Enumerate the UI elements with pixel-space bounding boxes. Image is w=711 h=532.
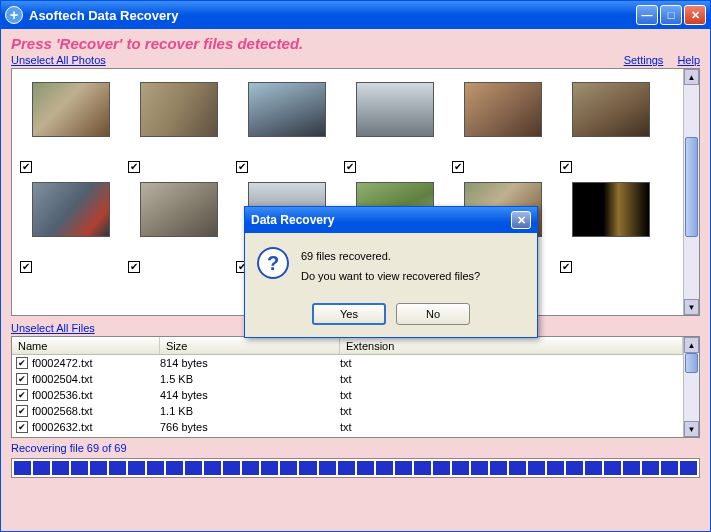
progress-segment — [509, 461, 526, 475]
scroll-track[interactable] — [684, 353, 699, 421]
thumbnail-checkbox[interactable]: ✔ — [452, 161, 464, 173]
instruction-text: Press 'Recover' to recover files detecte… — [11, 35, 700, 52]
photo-scrollbar[interactable]: ▲ ▼ — [683, 69, 699, 315]
file-name: f0002504.txt — [32, 373, 160, 385]
photo-thumbnail[interactable]: ✔ — [122, 77, 230, 177]
file-ext: txt — [340, 405, 683, 417]
photo-thumbnail[interactable]: ✔ — [554, 177, 662, 277]
file-ext: txt — [340, 357, 683, 369]
progress-segment — [147, 461, 164, 475]
thumbnail-checkbox[interactable]: ✔ — [128, 161, 140, 173]
progress-segment — [566, 461, 583, 475]
photo-thumbnail[interactable]: ✔ — [14, 77, 122, 177]
file-table: Name Size Extension ✔f0002472.txt814 byt… — [12, 337, 683, 437]
progress-segment — [185, 461, 202, 475]
progress-segment — [680, 461, 697, 475]
progress-segment — [623, 461, 640, 475]
file-checkbox[interactable]: ✔ — [16, 357, 28, 369]
photo-thumbnail[interactable]: ✔ — [230, 77, 338, 177]
close-button[interactable]: ✕ — [684, 5, 706, 25]
maximize-button[interactable]: □ — [660, 5, 682, 25]
file-checkbox[interactable]: ✔ — [16, 421, 28, 433]
app-window: + Asoftech Data Recovery — □ ✕ Press 'Re… — [0, 0, 711, 532]
progress-segment — [338, 461, 355, 475]
file-checkbox[interactable]: ✔ — [16, 405, 28, 417]
thumbnail-checkbox[interactable]: ✔ — [560, 261, 572, 273]
thumbnail-image — [32, 182, 110, 237]
scroll-up-icon[interactable]: ▲ — [684, 69, 699, 85]
thumbnail-image — [248, 82, 326, 137]
scroll-track[interactable] — [684, 85, 699, 299]
photo-thumbnail[interactable]: ✔ — [554, 77, 662, 177]
minimize-button[interactable]: — — [636, 5, 658, 25]
column-header-ext[interactable]: Extension — [340, 337, 683, 354]
scroll-down-icon[interactable]: ▼ — [684, 421, 699, 437]
thumbnail-image — [140, 82, 218, 137]
file-row[interactable]: ✔f0002472.txt814 bytestxt — [12, 355, 683, 371]
column-header-name[interactable]: Name — [12, 337, 160, 354]
yes-button[interactable]: Yes — [312, 303, 386, 325]
progress-segment — [90, 461, 107, 475]
dialog-line2: Do you want to view recovered files? — [301, 267, 480, 287]
file-row[interactable]: ✔f0002568.txt1.1 KBtxt — [12, 403, 683, 419]
progress-segment — [299, 461, 316, 475]
thumbnail-image — [140, 182, 218, 237]
file-size: 1.1 KB — [160, 405, 340, 417]
photo-thumbnail[interactable]: ✔ — [446, 77, 554, 177]
file-size: 414 bytes — [160, 389, 340, 401]
file-size: 1.5 KB — [160, 373, 340, 385]
scroll-handle[interactable] — [685, 137, 698, 237]
progress-segment — [223, 461, 240, 475]
no-button[interactable]: No — [396, 303, 470, 325]
photo-thumbnail[interactable]: ✔ — [338, 77, 446, 177]
unselect-all-files-link[interactable]: Unselect All Files — [11, 322, 95, 334]
dialog-close-button[interactable]: ✕ — [511, 211, 531, 229]
help-link[interactable]: Help — [677, 54, 700, 66]
progress-segment — [585, 461, 602, 475]
scroll-down-icon[interactable]: ▼ — [684, 299, 699, 315]
photo-thumbnail[interactable]: ✔ — [14, 177, 122, 277]
thumbnail-checkbox[interactable]: ✔ — [20, 261, 32, 273]
progress-segment — [204, 461, 221, 475]
question-icon: ? — [257, 247, 289, 279]
progress-segment — [242, 461, 259, 475]
title-bar: + Asoftech Data Recovery — □ ✕ — [1, 1, 710, 29]
column-header-size[interactable]: Size — [160, 337, 340, 354]
file-ext: txt — [340, 389, 683, 401]
file-table-header: Name Size Extension — [12, 337, 683, 355]
file-checkbox[interactable]: ✔ — [16, 373, 28, 385]
file-list-panel: Name Size Extension ✔f0002472.txt814 byt… — [11, 336, 700, 438]
dialog-line1: 69 files recovered. — [301, 247, 480, 267]
file-name: f0002472.txt — [32, 357, 160, 369]
file-row[interactable]: ✔f0002504.txt1.5 KBtxt — [12, 371, 683, 387]
thumbnail-checkbox[interactable]: ✔ — [560, 161, 572, 173]
progress-segment — [109, 461, 126, 475]
progress-segment — [14, 461, 31, 475]
thumbnail-checkbox[interactable]: ✔ — [20, 161, 32, 173]
progress-segment — [166, 461, 183, 475]
dialog-title: Data Recovery — [251, 213, 334, 227]
unselect-all-photos-link[interactable]: Unselect All Photos — [11, 54, 106, 66]
scroll-handle[interactable] — [685, 353, 698, 373]
thumbnail-image — [572, 82, 650, 137]
progress-segment — [52, 461, 69, 475]
window-title: Asoftech Data Recovery — [29, 8, 636, 23]
progress-segment — [528, 461, 545, 475]
file-scrollbar[interactable]: ▲ ▼ — [683, 337, 699, 437]
progress-segment — [33, 461, 50, 475]
thumbnail-checkbox[interactable]: ✔ — [236, 161, 248, 173]
file-checkbox[interactable]: ✔ — [16, 389, 28, 401]
photo-thumbnail[interactable]: ✔ — [122, 177, 230, 277]
file-row[interactable]: ✔f0002536.txt414 bytestxt — [12, 387, 683, 403]
file-row[interactable]: ✔f0002632.txt766 bytestxt — [12, 419, 683, 435]
progress-segment — [357, 461, 374, 475]
thumbnail-checkbox[interactable]: ✔ — [344, 161, 356, 173]
progress-segment — [547, 461, 564, 475]
dialog-title-bar: Data Recovery ✕ — [245, 207, 537, 233]
progress-segment — [471, 461, 488, 475]
settings-link[interactable]: Settings — [624, 54, 664, 66]
progress-segment — [661, 461, 678, 475]
progress-segment — [433, 461, 450, 475]
scroll-up-icon[interactable]: ▲ — [684, 337, 699, 353]
thumbnail-checkbox[interactable]: ✔ — [128, 261, 140, 273]
